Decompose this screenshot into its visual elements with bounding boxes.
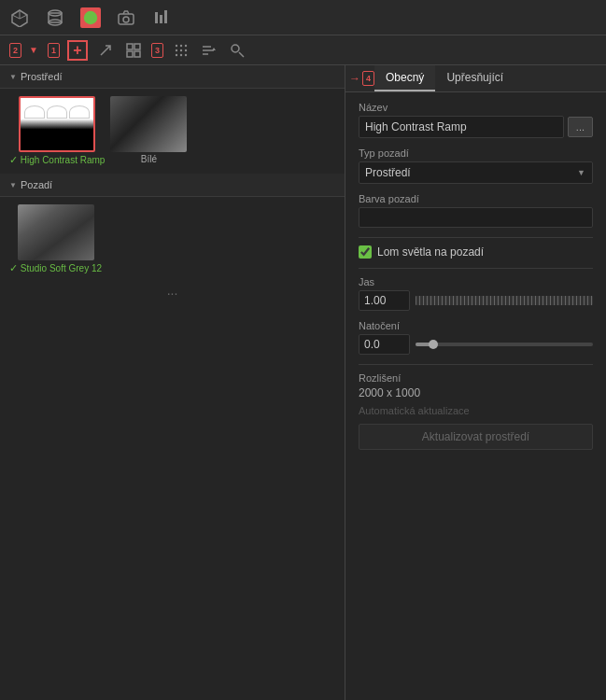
- svg-rect-13: [160, 15, 162, 23]
- typ-pozadi-select[interactable]: Prostředí Barva Obrázek: [359, 161, 593, 184]
- nazev-input[interactable]: [359, 116, 564, 138]
- aktualizovat-button[interactable]: Aktualizovat prostředí: [359, 424, 593, 450]
- divider-2: [359, 268, 593, 269]
- sort-button[interactable]: [199, 40, 219, 61]
- bile-thumbnail-img: [110, 96, 187, 152]
- svg-line-2: [12, 15, 20, 19]
- lom-checkbox[interactable]: [359, 245, 372, 259]
- hcr-thumbnail[interactable]: ✓ High Contrast Ramp: [9, 96, 105, 166]
- second-toolbar: 2 ▼ 1 + 3: [0, 35, 606, 65]
- tab-upresnjujici[interactable]: Upřesňující: [435, 65, 514, 91]
- svg-point-26: [180, 53, 182, 55]
- prostredisection-triangle: ▼: [9, 73, 17, 81]
- grid-dots-button[interactable]: [171, 40, 191, 61]
- badge-4: 4: [362, 71, 374, 86]
- divider-1: [359, 237, 593, 238]
- svg-point-11: [123, 17, 129, 22]
- rozliseni-row: Rozlišení 2000 x 1000: [359, 372, 593, 399]
- divider-3: [359, 364, 593, 365]
- svg-point-24: [185, 49, 187, 50]
- rozliseni-value: 2000 x 1000: [359, 386, 593, 399]
- jas-row: Jas: [359, 276, 593, 311]
- typ-pozadi-row: Typ pozadí Prostředí Barva Obrázek: [359, 147, 593, 184]
- natoceni-row: Natočení: [359, 320, 593, 355]
- main-area: ▼ Prostředí ✓ High Contrast R: [0, 65, 606, 700]
- ssg-checkmark: ✓: [9, 262, 18, 273]
- ssg-thumbnail-img: [18, 204, 94, 260]
- hcr-arc-2: [47, 105, 67, 119]
- bars-icon[interactable]: [151, 7, 172, 28]
- bile-thumbnail[interactable]: Bílé: [110, 96, 187, 166]
- hcr-arc-3: [69, 105, 90, 119]
- svg-point-21: [185, 44, 187, 46]
- prostredisection-label: Prostředí: [21, 71, 63, 82]
- svg-rect-18: [134, 51, 140, 57]
- layout-button[interactable]: [123, 40, 144, 61]
- nazev-row: Název ...: [359, 102, 593, 138]
- tab-obecny[interactable]: Obecný: [374, 65, 435, 91]
- export-button[interactable]: [95, 40, 116, 61]
- search-button[interactable]: [227, 40, 247, 61]
- typ-pozadi-label: Typ pozadí: [359, 147, 593, 159]
- nazev-ellipsis-button[interactable]: ...: [568, 117, 593, 137]
- right-panel: → 4 Obecný Upřesňující Název ... Typ poz…: [345, 65, 606, 700]
- natoceni-input[interactable]: [359, 334, 410, 355]
- more-dots[interactable]: ···: [0, 282, 345, 304]
- arrow-right: →: [349, 72, 360, 85]
- svg-point-27: [185, 53, 187, 55]
- badge-1: 1: [48, 43, 60, 58]
- pozadisection-label: Pozadí: [21, 179, 52, 190]
- hcr-checkmark: ✓: [9, 154, 18, 165]
- jas-slider[interactable]: [416, 296, 593, 305]
- svg-rect-15: [127, 44, 133, 49]
- ssg-label: ✓ Studio Soft Grey 12: [9, 262, 102, 274]
- natoceni-slider-row: [359, 334, 593, 355]
- badge-2: 2: [9, 43, 21, 58]
- properties-panel: Název ... Typ pozadí Prostředí Barva Obr…: [345, 92, 606, 700]
- left-panel: ▼ Prostředí ✓ High Contrast R: [0, 65, 345, 700]
- hcr-arc-1: [24, 105, 45, 119]
- svg-rect-16: [134, 44, 140, 49]
- add-button[interactable]: +: [67, 40, 88, 61]
- svg-point-22: [176, 49, 177, 50]
- svg-line-3: [20, 15, 27, 19]
- auto-aktualizace-label: Automatická aktualizace: [359, 405, 593, 416]
- jas-input[interactable]: [359, 290, 410, 311]
- hcr-thumbnail-img: [19, 96, 95, 152]
- ssg-thumbnail[interactable]: ✓ Studio Soft Grey 12: [9, 204, 102, 274]
- rozliseni-label: Rozlišení: [359, 372, 593, 384]
- hcr-arcs: [21, 105, 93, 119]
- typ-pozadi-select-wrapper: Prostředí Barva Obrázek: [359, 161, 593, 184]
- camera-icon[interactable]: [116, 7, 136, 28]
- render-icon[interactable]: [80, 7, 101, 28]
- natoceni-label: Natočení: [359, 320, 593, 331]
- pozadisection-thumbnails: ✓ Studio Soft Grey 12: [0, 197, 345, 282]
- ssg-thumb-bg: [18, 204, 94, 260]
- svg-point-23: [180, 49, 182, 50]
- top-toolbar: [0, 0, 606, 35]
- pozadisection-header[interactable]: ▼ Pozadí: [0, 174, 345, 197]
- svg-rect-17: [127, 51, 133, 57]
- svg-rect-14: [164, 10, 167, 23]
- nazev-label: Název: [359, 102, 593, 113]
- lom-row: Lom světla na pozadí: [359, 245, 593, 259]
- svg-point-20: [180, 44, 182, 46]
- svg-point-9: [87, 13, 90, 16]
- bile-thumb-bg: [110, 96, 187, 152]
- svg-point-19: [176, 44, 177, 46]
- natoceni-slider-track[interactable]: [416, 343, 593, 346]
- hcr-label: ✓ High Contrast Ramp: [9, 154, 105, 166]
- nazev-input-row: ...: [359, 116, 593, 138]
- svg-line-32: [239, 52, 244, 57]
- cylinder-icon[interactable]: [45, 7, 65, 28]
- prostredisection-thumbnails: ✓ High Contrast Ramp Bílé: [0, 89, 345, 174]
- svg-rect-12: [155, 12, 158, 23]
- svg-point-25: [176, 53, 177, 55]
- bile-label: Bílé: [141, 154, 157, 164]
- lom-label: Lom světla na pozadí: [377, 245, 484, 259]
- barva-pozadi-input[interactable]: [359, 207, 593, 228]
- hcr-thumb-bg: [21, 98, 93, 150]
- prostredisection-header[interactable]: ▼ Prostředí: [0, 65, 345, 89]
- tabs-row: → 4 Obecný Upřesňující: [345, 65, 606, 92]
- cube-icon[interactable]: [9, 7, 30, 28]
